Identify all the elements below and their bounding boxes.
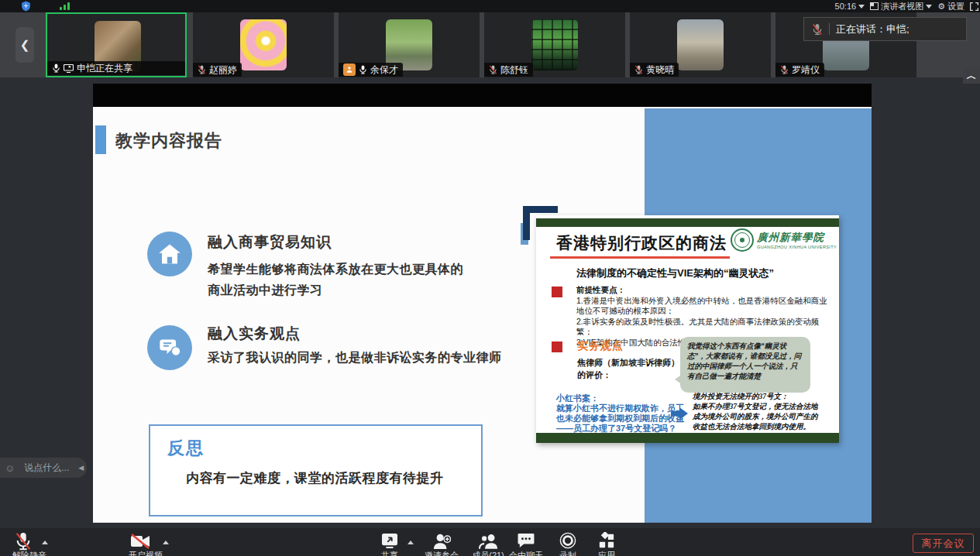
home-icon — [158, 243, 181, 265]
mic-muted-icon — [14, 532, 33, 551]
camera-label: 开启视频 — [121, 550, 170, 556]
university-logo: 廣州新華學院 GUANGZHOU XINHUA UNIVERSITY — [731, 228, 837, 252]
invite-person-icon — [432, 533, 451, 550]
caret-icon[interactable] — [407, 541, 414, 544]
arrow-right-icon — [671, 407, 688, 420]
gear-icon: ⚙ — [937, 2, 945, 12]
strip-scroll-left-button[interactable]: ❮ — [15, 27, 34, 63]
slide-title-bullet — [95, 125, 106, 154]
university-name-en: GUANGZHOU XINHUA UNIVERSITY — [757, 245, 837, 249]
participant-video-thumbnail — [677, 19, 724, 70]
layout-icon — [870, 2, 879, 10]
point-1-badge — [147, 232, 192, 276]
participant-name: 赵丽婷 — [209, 63, 237, 77]
settings-button[interactable]: ⚙ 设置 — [937, 1, 965, 12]
highlighted-participant-icon — [343, 63, 356, 76]
participant-name-label: 黄晓晴 — [630, 63, 679, 77]
participant-name: 申恺正在共享 — [77, 62, 132, 75]
timer-value: 50:16 — [835, 2, 857, 11]
premise-item: 1.香港是中资出海和外资入境必然的中转站，也是香港特区金融和商业地位不可撼动的根… — [576, 296, 835, 317]
corner-decoration-navy — [523, 206, 558, 240]
mic-muted-icon — [634, 65, 643, 74]
point-2-body: 采访了我认识的同学，也是做非诉讼实务的专业律师 — [208, 347, 525, 368]
reflection-box: 反思 内容有一定难度，课堂的活跃程度有待提升 — [149, 424, 483, 517]
point-1-heading: 融入商事贸易知识 — [208, 232, 332, 252]
invite-label: 邀请参会 — [415, 550, 468, 556]
record-icon — [559, 532, 576, 549]
fullscreen-icon — [970, 2, 978, 11]
quick-chat-pill[interactable]: ☺ 说点什么... ◀ — [0, 458, 87, 478]
chevron-down-icon — [926, 5, 932, 9]
university-name-cn: 廣州新華學院 — [757, 231, 837, 245]
red-square-bullet — [552, 341, 562, 352]
caret-icon[interactable] — [163, 541, 169, 544]
bottom-toolbar: 解除静音 开启视频 共享 邀请参会 成员(21) 会中聊天 录制 — [0, 528, 980, 556]
leave-meeting-button[interactable]: 离开会议 — [913, 534, 974, 553]
chat-input-placeholder[interactable]: 说点什么... — [24, 462, 69, 475]
divider — [829, 23, 830, 35]
participant-name: 罗靖仪 — [792, 63, 820, 77]
speaking-toast: 正在讲话：申恺; — [803, 17, 967, 41]
participant-name-label: 余保才 — [339, 63, 403, 77]
caret-icon[interactable] — [42, 541, 48, 544]
screen-share-icon — [64, 64, 74, 73]
participant-name-label: 赵丽婷 — [193, 63, 242, 77]
share-screen-icon — [381, 533, 398, 548]
university-seal-icon — [731, 228, 754, 252]
top-bar-controls: 50:16 演讲者视图 ⚙ 设置 — [835, 0, 978, 12]
security-shield-icon[interactable] — [21, 1, 31, 12]
embed-bottom-bar — [536, 433, 839, 443]
note-body: 如果不办理37号文登记，便无法合法地成为境外公司的股东，境外公司产生的收益也无法… — [693, 402, 821, 432]
embed-title-underline — [550, 256, 730, 259]
participant-name: 黄晓晴 — [646, 63, 674, 77]
collapse-left-icon[interactable]: ◀ — [78, 464, 84, 472]
point-2-heading: 融入实务观点 — [208, 324, 301, 344]
mic-muted-icon — [489, 65, 497, 74]
participant-tile-yubaocai[interactable]: 余保才 — [339, 12, 480, 77]
note-block: 境外投资无法绕开的37号文： 如果不办理37号文登记，便无法合法地成为境外公司的… — [693, 392, 821, 432]
participant-tile-huangxiaoqing[interactable]: 黄晓晴 — [630, 12, 771, 77]
participant-name: 陈舒钰 — [500, 63, 528, 77]
speech-bubble-tail — [675, 374, 683, 385]
premise-title: 前提性要点： — [576, 285, 835, 296]
mic-on-icon — [52, 63, 60, 73]
network-signal-icon[interactable] — [60, 2, 70, 10]
red-square-bullet — [552, 287, 562, 297]
participant-name-label: 申恺正在共享 — [47, 61, 185, 75]
participant-video-thumbnail — [240, 19, 287, 70]
view-mode-button[interactable]: 演讲者视图 — [870, 1, 932, 12]
chat-label: 会中聊天 — [500, 550, 552, 556]
chevron-down-icon — [858, 5, 865, 9]
practice-subtitle: 焦律师（新加坡非诉律师）的评价： — [577, 356, 683, 381]
premise-item: 2.非诉实务的政策及时性极强。尤其是大陆的商事法律政策的变动频繁； — [576, 317, 835, 338]
participant-video-thumbnail — [531, 19, 578, 70]
participant-tile-shenkai[interactable]: 申恺正在共享 — [46, 12, 187, 77]
record-label: 录制 — [548, 550, 587, 556]
strip-collapse-button[interactable]: ︿ — [963, 67, 980, 84]
top-bar: 50:16 演讲者视图 ⚙ 设置 — [0, 0, 980, 12]
emoji-icon[interactable]: ☺ — [5, 462, 15, 474]
case-title: 小红书案： — [556, 393, 688, 403]
participant-name: 余保才 — [370, 63, 398, 77]
speaking-toast-text: 正在讲话：申恺; — [836, 22, 910, 36]
case-body: 就算小红书不进行期权欺诈，员工也未必能够拿到期权到期后的收益——员工办理了37号… — [556, 403, 688, 434]
quote-text: 我觉得这个东西有点像“幽灵状态”，大家都说有，谁都没见过，问过的中国律师一个人一… — [687, 342, 801, 380]
point-1-body: 希望学生能够将商法体系放在更大也更具体的商业活动中进行学习 — [208, 259, 468, 300]
embed-top-bar — [536, 218, 839, 227]
participant-name-label: 陈舒钰 — [484, 63, 533, 77]
participant-tile-zhaoliting[interactable]: 赵丽婷 — [193, 12, 334, 77]
fullscreen-button[interactable] — [970, 2, 978, 11]
practice-title: 实务观点 — [577, 339, 624, 353]
meeting-timer[interactable]: 50:16 — [835, 2, 865, 11]
slide-title: 教学内容报告 — [115, 129, 222, 153]
mic-muted-icon — [198, 65, 206, 74]
chat-bubble-icon — [518, 533, 535, 548]
case-block: 小红书案： 就算小红书不进行期权欺诈，员工也未必能够拿到期权到期后的收益——员工… — [556, 393, 688, 434]
meeting-app-window: 50:16 演讲者视图 ⚙ 设置 申恺正在共享 — [0, 0, 980, 556]
embed-subtitle: 法律制度的不确定性与VIE架构的“幽灵状态” — [576, 266, 774, 280]
members-icon — [479, 533, 498, 550]
view-mode-label: 演讲者视图 — [881, 1, 923, 12]
mic-muted-icon — [812, 23, 823, 36]
participant-tile-chenshuyu[interactable]: 陈舒钰 — [484, 12, 625, 77]
quote-speech-bubble: 我觉得这个东西有点像“幽灵状态”，大家都说有，谁都没见过，问过的中国律师一个人一… — [680, 337, 810, 393]
